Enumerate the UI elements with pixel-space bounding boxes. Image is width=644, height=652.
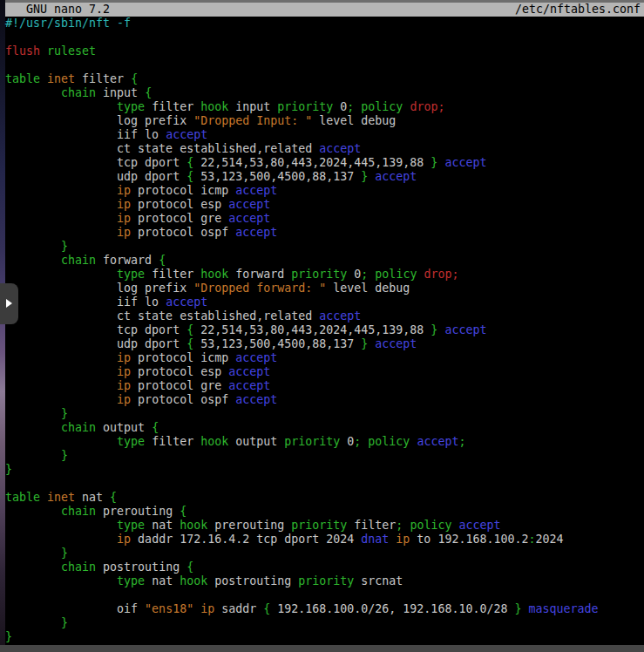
code-line: udp dport { 53,123,500,4500,88,137 } acc…	[5, 170, 644, 184]
code-line: table inet nat {	[5, 491, 644, 505]
code-line: type nat hook postrouting priority srcna…	[5, 574, 644, 588]
code-line	[5, 588, 644, 602]
code-line: }	[5, 547, 644, 560]
code-line: ip protocol ospf accept	[5, 226, 644, 240]
screen: GNU nano 7.2 /etc/nftables.conf #!/usr/s…	[0, 0, 644, 652]
bottom-bar	[0, 645, 644, 652]
arrow-right-icon	[6, 299, 12, 308]
code-line: }	[5, 616, 644, 630]
code-line: chain input {	[5, 86, 644, 100]
code-line: chain forward {	[5, 254, 644, 268]
code-line: ct state established,related accept	[5, 309, 644, 323]
code-line: ip protocol ospf accept	[5, 393, 644, 407]
code-line: }	[5, 463, 644, 477]
code-line: #!/usr/sbin/nft -f	[5, 17, 644, 31]
code-line: chain prerouting {	[5, 505, 644, 519]
code-line: type filter hook forward priority 0; pol…	[5, 268, 644, 282]
code-line: ip protocol esp accept	[5, 365, 644, 379]
code-line	[5, 31, 644, 44]
editor-content[interactable]: #!/usr/sbin/nft -fflush rulesettable ine…	[5, 17, 644, 644]
code-line: iif lo accept	[5, 128, 644, 142]
code-line: tcp dport { 22,514,53,80,443,2024,445,13…	[5, 323, 644, 337]
control-bar-handle[interactable]	[0, 283, 18, 324]
code-line: }	[5, 630, 644, 644]
code-line: ip daddr 172.16.4.2 tcp dport 2024 dnat …	[5, 533, 644, 547]
code-line: type nat hook prerouting priority filter…	[5, 519, 644, 533]
terminal-window[interactable]: GNU nano 7.2 /etc/nftables.conf #!/usr/s…	[5, 0, 644, 652]
code-line: ct state established,related accept	[5, 142, 644, 156]
code-line: ip protocol gre accept	[5, 212, 644, 226]
code-line: }	[5, 449, 644, 463]
code-line: ip protocol icmp accept	[5, 351, 644, 365]
code-line	[5, 58, 644, 72]
code-line: type filter hook input priority 0; polic…	[5, 100, 644, 114]
code-line: ip protocol esp accept	[5, 198, 644, 212]
code-line: log prefix "Dropped Input: " level debug	[5, 114, 644, 128]
code-line: ip protocol gre accept	[5, 379, 644, 393]
code-line: udp dport { 53,123,500,4500,88,137 } acc…	[5, 337, 644, 351]
code-line: log prefix "Dropped forward: " level deb…	[5, 282, 644, 295]
code-line: table inet filter {	[5, 72, 644, 86]
code-line: chain postrouting {	[5, 560, 644, 574]
code-line: oif "ens18" ip saddr { 192.168.100.0/26,…	[5, 602, 644, 616]
code-line: }	[5, 240, 644, 254]
code-line: flush ruleset	[5, 44, 644, 58]
code-line: type filter hook output priority 0; poli…	[5, 435, 644, 449]
code-line: tcp dport { 22,514,53,80,443,2024,445,13…	[5, 156, 644, 170]
nano-filename: /etc/nftables.conf	[515, 3, 644, 17]
code-line: }	[5, 407, 644, 421]
code-line: iif lo accept	[5, 295, 644, 309]
code-line	[5, 477, 644, 491]
code-line: chain output {	[5, 421, 644, 435]
nano-version-label: GNU nano 7.2	[5, 3, 110, 17]
code-line: ip protocol icmp accept	[5, 184, 644, 198]
nano-titlebar: GNU nano 7.2 /etc/nftables.conf	[5, 3, 644, 17]
